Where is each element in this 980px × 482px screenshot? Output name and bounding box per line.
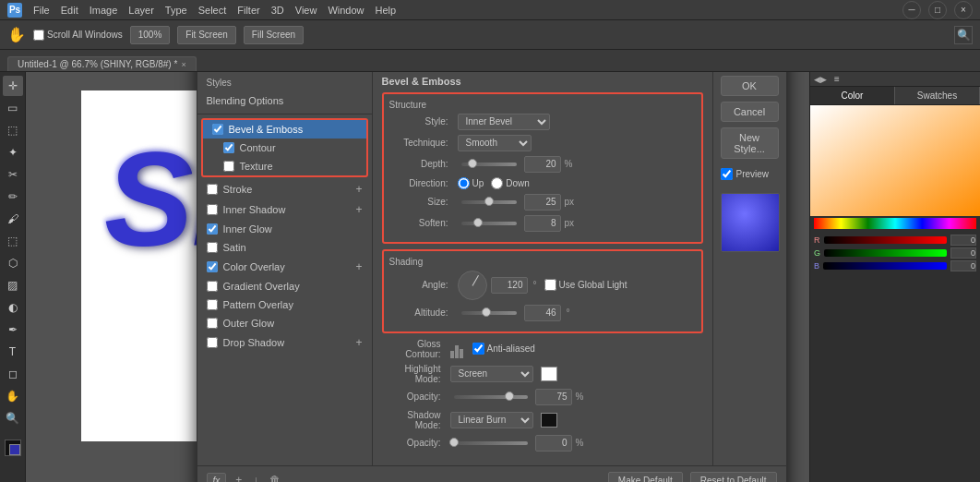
color-overlay-item[interactable]: Color Overlay + [197, 257, 372, 277]
global-light-label[interactable]: Use Global Light [544, 279, 627, 291]
r-slider[interactable] [824, 236, 948, 244]
search-btn[interactable]: 🔍 [954, 26, 973, 44]
satin-item[interactable]: Satin [197, 238, 372, 257]
close-window-btn[interactable]: × [954, 1, 973, 19]
blending-options-item[interactable]: Blending Options [197, 91, 372, 110]
depth-slider[interactable] [461, 163, 517, 166]
angle-input[interactable] [491, 277, 528, 294]
menu-help[interactable]: Help [376, 5, 397, 16]
up-radio[interactable] [458, 177, 470, 189]
document-tab[interactable]: Untitled-1 @ 66.7% (SHINY, RGB/8#) * × [7, 56, 197, 71]
angle-wheel[interactable] [458, 271, 487, 300]
highlight-color-swatch[interactable] [541, 367, 557, 381]
eyedropper-tool[interactable]: ✏ [3, 187, 23, 207]
menu-edit[interactable]: Edit [61, 5, 78, 16]
brush-tool[interactable]: 🖌 [3, 209, 23, 229]
shape-tool[interactable]: ◻ [3, 364, 23, 384]
size-input[interactable] [524, 194, 561, 211]
make-default-btn[interactable]: Make Default [608, 472, 683, 483]
scroll-all-checkbox[interactable]: Scroll All Windows [33, 30, 123, 41]
menu-select[interactable]: Select [198, 5, 227, 16]
up-radio-label[interactable]: Up [458, 177, 484, 189]
type-tool[interactable]: T [3, 342, 23, 362]
color-tab[interactable]: Color [810, 87, 895, 104]
r-input[interactable] [950, 235, 976, 246]
altitude-slider[interactable] [461, 311, 517, 315]
fit-screen-btn[interactable]: Fit Screen [177, 26, 236, 44]
preview-checkbox[interactable] [721, 168, 733, 180]
hand-tool[interactable]: ✋ [3, 386, 23, 406]
bevel-emboss-item[interactable]: Bevel & Emboss [203, 120, 366, 139]
panel-arrow[interactable]: ◀▶ [814, 75, 827, 84]
g-input[interactable] [950, 247, 976, 259]
menu-type[interactable]: Type [165, 5, 187, 16]
gloss-bars[interactable] [450, 340, 463, 358]
style-select[interactable]: Inner Bevel [458, 114, 550, 130]
new-style-btn[interactable]: New Style... [721, 127, 779, 159]
contour-item[interactable]: Contour [203, 139, 366, 157]
b-input[interactable] [950, 260, 976, 271]
texture-checkbox[interactable] [223, 161, 234, 172]
stroke-item[interactable]: Stroke + [197, 179, 372, 199]
menu-3d[interactable]: 3D [271, 5, 284, 16]
highlight-opacity-slider[interactable] [454, 395, 528, 399]
down-radio-label[interactable]: Down [491, 177, 530, 189]
pattern-overlay-item[interactable]: Pattern Overlay [197, 295, 372, 314]
highlight-opacity-input[interactable] [535, 389, 572, 405]
drop-shadow-checkbox[interactable] [207, 337, 218, 348]
soften-input[interactable] [524, 215, 561, 232]
stroke-checkbox[interactable] [207, 184, 218, 195]
fill-screen-btn[interactable]: Fill Screen [244, 26, 304, 44]
marquee-tool[interactable]: ▭ [3, 98, 23, 118]
foreground-color[interactable] [5, 440, 21, 456]
inner-shadow-checkbox[interactable] [207, 204, 218, 215]
minimize-btn[interactable]: ─ [902, 1, 921, 19]
clone-tool[interactable]: ⬚ [3, 231, 23, 251]
delete-style-btn[interactable]: 🗑 [268, 472, 282, 482]
move-down-btn[interactable]: ↓ [251, 472, 260, 482]
menu-file[interactable]: File [33, 5, 50, 16]
global-light-checkbox[interactable] [544, 279, 556, 291]
contour-checkbox[interactable] [223, 142, 234, 153]
color-overlay-checkbox[interactable] [207, 261, 218, 272]
ok-btn[interactable]: OK [721, 76, 779, 96]
color-spectrum[interactable] [814, 218, 976, 229]
move-tool[interactable]: ✛ [3, 76, 23, 96]
shadow-opacity-input[interactable] [535, 435, 572, 452]
eraser-tool[interactable]: ⬡ [3, 253, 23, 273]
gradient-overlay-item[interactable]: Gradient Overlay [197, 277, 372, 295]
size-slider[interactable] [461, 200, 517, 204]
wand-tool[interactable]: ✦ [3, 142, 23, 163]
technique-select[interactable]: Smooth [458, 135, 532, 151]
down-radio[interactable] [491, 177, 503, 189]
add-style-btn[interactable]: + [233, 472, 244, 482]
menu-window[interactable]: Window [328, 5, 364, 16]
texture-item[interactable]: Texture [203, 157, 366, 175]
maximize-btn[interactable]: □ [928, 1, 947, 19]
shadow-color-swatch[interactable] [541, 413, 557, 428]
zoom-tool[interactable]: 🔍 [3, 408, 23, 428]
color-gradient[interactable] [810, 105, 980, 216]
altitude-input[interactable] [524, 305, 561, 321]
inner-glow-checkbox[interactable] [207, 223, 218, 235]
b-slider[interactable] [823, 262, 947, 270]
shadow-opacity-slider[interactable] [454, 441, 528, 445]
zoom-level[interactable]: 100% [130, 26, 171, 44]
soften-slider[interactable] [461, 222, 517, 225]
drop-shadow-item[interactable]: Drop Shadow + [197, 332, 372, 353]
menu-image[interactable]: Image [90, 5, 118, 16]
pen-tool[interactable]: ✒ [3, 319, 23, 340]
menu-view[interactable]: View [295, 5, 317, 16]
menu-layer[interactable]: Layer [128, 5, 154, 16]
g-slider[interactable] [824, 249, 947, 257]
shadow-mode-select[interactable]: Linear Burn [450, 412, 533, 428]
menu-filter[interactable]: Filter [237, 5, 259, 16]
inner-shadow-item[interactable]: Inner Shadow + [197, 199, 372, 220]
gradient-tool[interactable]: ▨ [3, 275, 23, 295]
outer-glow-checkbox[interactable] [207, 318, 218, 329]
cancel-btn[interactable]: Cancel [721, 102, 779, 122]
panel-options[interactable]: ≡ [834, 74, 840, 84]
lasso-tool[interactable]: ⬚ [3, 120, 23, 140]
bevel-emboss-checkbox[interactable] [212, 124, 223, 135]
anti-aliased-checkbox[interactable] [472, 343, 484, 355]
